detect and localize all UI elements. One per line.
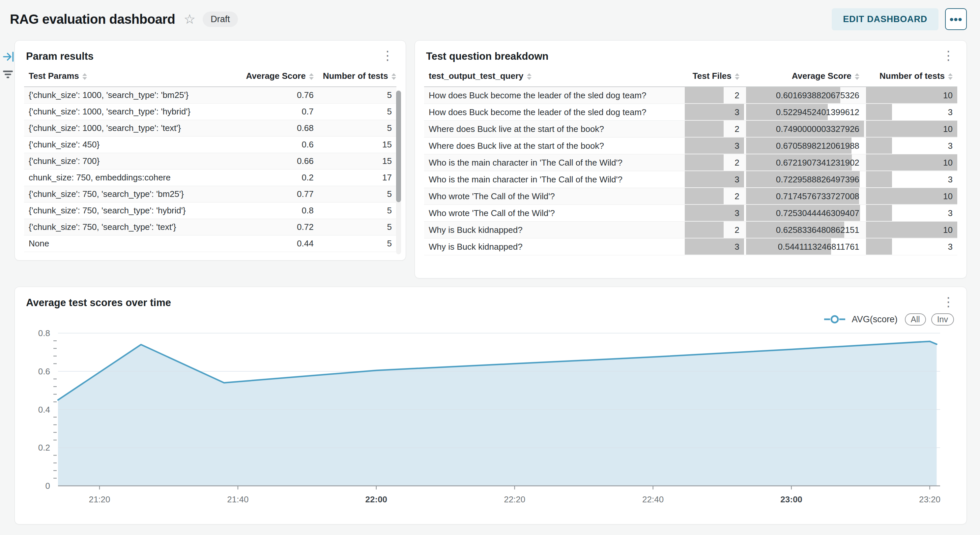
column-header-test-files[interactable]: Test Files bbox=[683, 62, 744, 87]
cell-test-params: None bbox=[24, 235, 229, 252]
cell-value: 0.7253044446309407 bbox=[744, 205, 864, 221]
param-results-menu-icon[interactable]: ⋮ bbox=[379, 49, 396, 62]
cell-average-score: 0.77 bbox=[229, 186, 318, 202]
question-breakdown-header-row: test_output_test_query Test Files Averag… bbox=[424, 62, 957, 87]
scores-chart-menu-icon[interactable]: ⋮ bbox=[939, 295, 957, 308]
column-header-test-output-test-query[interactable]: test_output_test_query bbox=[424, 62, 683, 87]
cell-test-query: Where does Buck live at the start of the… bbox=[424, 121, 683, 137]
sort-icon[interactable] bbox=[855, 73, 859, 80]
column-header-average-score[interactable]: Average Score bbox=[744, 62, 864, 87]
question-breakdown-tbody: How does Buck become the leader of the s… bbox=[424, 87, 957, 255]
table-row: {'chunk_size': 1000, 'search_type': 'tex… bbox=[24, 120, 396, 136]
cell-test-query: Who wrote 'The Call of the Wild'? bbox=[424, 205, 683, 222]
table-row: {'chunk_size': 1000, 'search_type': 'bm2… bbox=[24, 87, 396, 103]
cell-test-query: Who wrote 'The Call of the Wild'? bbox=[424, 188, 683, 205]
cell-average-score: 0.72 bbox=[229, 219, 318, 235]
cell-number-of-tests: 15 bbox=[318, 153, 396, 169]
table-row: {'chunk_size': 750, 'search_type': 'text… bbox=[24, 219, 396, 235]
table-row: Who wrote 'The Call of the Wild'?30.7253… bbox=[424, 205, 957, 222]
cell-test-files: 2 bbox=[683, 222, 744, 238]
cell-number-of-tests: 15 bbox=[318, 136, 396, 153]
legend-button-all[interactable]: All bbox=[905, 313, 926, 326]
svg-text:0.6: 0.6 bbox=[38, 366, 50, 376]
sort-icon[interactable] bbox=[735, 73, 740, 80]
cell-value: 0.6258336480862151 bbox=[744, 222, 864, 238]
sort-icon[interactable] bbox=[83, 73, 87, 80]
sort-icon[interactable] bbox=[948, 73, 953, 80]
sort-icon[interactable] bbox=[391, 73, 396, 80]
svg-text:22:20: 22:20 bbox=[504, 494, 525, 504]
cell-value: 0.5229452401399612 bbox=[744, 104, 864, 120]
table-row: Who is the main character in 'The Call o… bbox=[424, 171, 957, 188]
column-header-average-score[interactable]: Average Score bbox=[229, 62, 318, 87]
table-row: Where does Buck live at the start of the… bbox=[424, 137, 957, 154]
cell-average-score: 0.8 bbox=[229, 202, 318, 219]
cell-average-score: 0.76 bbox=[229, 87, 318, 103]
cell-average-score: 0.6 bbox=[229, 136, 318, 153]
cell-number-of-tests: 5 bbox=[318, 120, 396, 136]
filter-icon[interactable] bbox=[1, 67, 14, 82]
cell-value: 3 bbox=[683, 238, 744, 255]
sort-icon[interactable] bbox=[527, 73, 531, 80]
cell-value: 0.6721907341231902 bbox=[744, 154, 864, 171]
cell-test-files: 3 bbox=[683, 171, 744, 188]
cell-test-query: Where does Buck live at the start of the… bbox=[424, 137, 683, 154]
svg-text:21:20: 21:20 bbox=[89, 494, 110, 504]
scores-chart-title: Average test scores over time bbox=[26, 297, 171, 309]
table-row: Why is Buck kidnapped?20.625833648086215… bbox=[424, 222, 957, 238]
cell-average-score: 0.66 bbox=[229, 153, 318, 169]
sort-icon[interactable] bbox=[309, 73, 314, 80]
svg-text:23:20: 23:20 bbox=[919, 494, 940, 504]
cell-test-query: Why is Buck kidnapped? bbox=[424, 238, 683, 255]
cell-value: 2 bbox=[683, 188, 744, 204]
cell-test-files: 3 bbox=[683, 137, 744, 154]
cell-value: 10 bbox=[864, 121, 957, 137]
star-icon[interactable]: ☆ bbox=[183, 13, 196, 26]
table-row: Why is Buck kidnapped?30.544111324681176… bbox=[424, 238, 957, 255]
column-header-number-of-tests[interactable]: Number of tests bbox=[864, 62, 957, 87]
table-row: {'chunk_size': 750, 'search_type': 'hybr… bbox=[24, 202, 396, 219]
cell-number-of-tests: 3 bbox=[864, 104, 957, 121]
legend-button-inv[interactable]: Inv bbox=[931, 313, 954, 326]
cell-value: 3 bbox=[864, 238, 957, 255]
cell-number-of-tests: 5 bbox=[318, 103, 396, 120]
column-header-number-of-tests[interactable]: Number of tests bbox=[318, 62, 396, 87]
table-row: chunk_size: 750, embeddings:cohere0.217 bbox=[24, 169, 396, 186]
svg-text:22:00: 22:00 bbox=[366, 494, 388, 504]
scrollbar-thumb[interactable] bbox=[396, 91, 401, 202]
cell-average-score: 0.7490000003327926 bbox=[744, 121, 864, 137]
cell-value: 2 bbox=[683, 121, 744, 137]
more-options-button[interactable]: ••• bbox=[945, 8, 967, 30]
cell-average-score: 0.7229588826497396 bbox=[744, 171, 864, 188]
svg-text:21:40: 21:40 bbox=[227, 494, 248, 504]
column-header-test-params[interactable]: Test Params bbox=[24, 62, 229, 87]
cell-number-of-tests: 3 bbox=[864, 205, 957, 222]
expand-panel-icon[interactable] bbox=[2, 50, 15, 65]
question-breakdown-menu-icon[interactable]: ⋮ bbox=[939, 49, 957, 62]
cell-number-of-tests: 10 bbox=[864, 87, 957, 104]
cell-number-of-tests: 10 bbox=[864, 121, 957, 137]
cell-test-query: How does Buck become the leader of the s… bbox=[424, 87, 683, 104]
cell-test-params: {'chunk_size': 750, 'search_type': 'hybr… bbox=[24, 202, 229, 219]
cell-test-params: chunk_size: 750, embeddings:cohere bbox=[24, 169, 229, 186]
table-row: Who is the main character in 'The Call o… bbox=[424, 154, 957, 171]
cell-test-params: {'chunk_size': 700} bbox=[24, 153, 229, 169]
cell-test-files: 3 bbox=[683, 238, 744, 255]
table-row: How does Buck become the leader of the s… bbox=[424, 87, 957, 104]
cell-test-query: Why is Buck kidnapped? bbox=[424, 222, 683, 238]
cell-test-files: 2 bbox=[683, 121, 744, 137]
param-results-scrollbar[interactable] bbox=[396, 90, 401, 254]
cell-number-of-tests: 5 bbox=[318, 235, 396, 252]
cell-value: 0.7174576733727008 bbox=[744, 188, 864, 204]
cell-number-of-tests: 17 bbox=[318, 169, 396, 186]
edit-dashboard-button[interactable]: EDIT DASHBOARD bbox=[832, 8, 939, 30]
cell-test-params: {'chunk_size': 450} bbox=[24, 136, 229, 153]
cell-number-of-tests: 3 bbox=[864, 137, 957, 154]
svg-text:0.4: 0.4 bbox=[38, 405, 50, 415]
cell-value: 0.6016938820675326 bbox=[744, 87, 864, 104]
cell-average-score: 0.44 bbox=[229, 235, 318, 252]
table-row: How does Buck become the leader of the s… bbox=[424, 104, 957, 121]
cell-value: 3 bbox=[864, 205, 957, 221]
cell-test-params: {'chunk_size': 750, 'search_type': 'bm25… bbox=[24, 186, 229, 202]
cell-value: 3 bbox=[683, 205, 744, 221]
